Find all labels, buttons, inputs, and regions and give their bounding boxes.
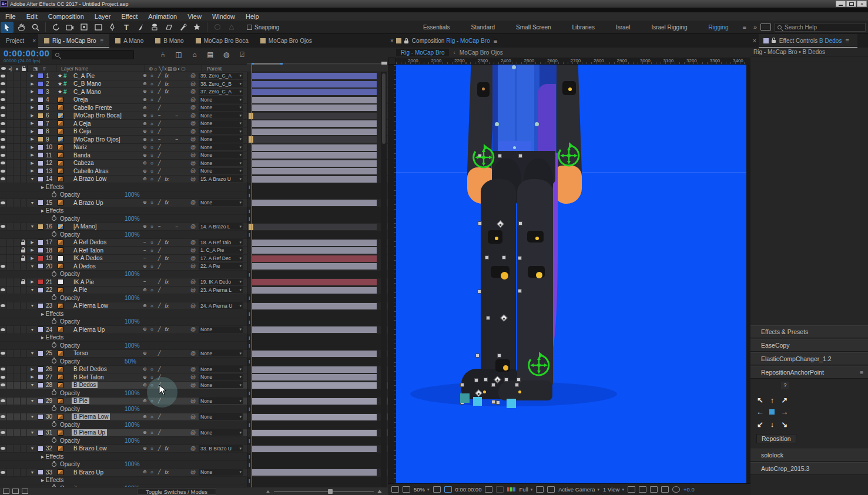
opacity-property-row[interactable]: Opacity50%I — [0, 358, 388, 366]
twirl-arrow[interactable]: ▼ — [27, 304, 38, 308]
parent-pickwhip-icon[interactable]: @ — [190, 144, 199, 150]
eye-toggle[interactable] — [1, 154, 5, 157]
parent-dropdown[interactable]: None▾ — [199, 128, 243, 134]
layer-row[interactable]: ▶1★#C_A Pie⊕☼╱fx@39. Zero_C_A▾ — [0, 72, 388, 80]
layer-row[interactable]: ▶2★#C_B Mano⊕☼╱fx@38. Zero_C_B▾ — [0, 80, 388, 89]
layer-name[interactable]: B Ceja — [72, 128, 93, 134]
anchor-arrow-button[interactable]: ↖ — [754, 394, 766, 406]
region-of-interest-icon[interactable] — [536, 486, 544, 493]
selection-handle[interactable] — [518, 256, 522, 260]
parent-dropdown[interactable]: 38. Zero_C_B▾ — [199, 80, 243, 87]
stopwatch-icon[interactable] — [52, 438, 56, 443]
opacity-value[interactable]: 100% — [125, 271, 140, 277]
parent-pickwhip-icon[interactable]: @ — [190, 89, 199, 95]
label-color-swatch[interactable] — [38, 374, 43, 380]
selection-handle[interactable] — [485, 255, 489, 260]
parent-pickwhip-icon[interactable]: @ — [190, 469, 199, 475]
layer-duration-bar[interactable] — [252, 247, 377, 254]
lock-icon[interactable] — [404, 41, 408, 43]
layer-row[interactable]: ▶9[MoCap Bro Ojos]⊕☼−−@None▾ — [0, 136, 388, 144]
eye-toggle[interactable] — [1, 201, 5, 204]
opacity-value[interactable]: 100% — [125, 231, 140, 238]
draft-3d-icon[interactable]: ◫ — [173, 50, 184, 59]
twirl-arrow[interactable]: ▶ — [27, 161, 38, 166]
panel-menu-icon[interactable]: ≡ — [842, 37, 852, 44]
close-tab-icon[interactable]: × — [30, 38, 38, 44]
layer-name[interactable]: A Brazo Low — [72, 176, 108, 182]
layer-name[interactable]: C_A Pie — [72, 73, 96, 79]
parent-pickwhip-icon[interactable]: @ — [190, 263, 199, 269]
opacity-value[interactable]: 100% — [125, 215, 140, 222]
view-layout-dropdown[interactable]: 1 View▾ — [603, 486, 624, 493]
layer-row[interactable]: ▶3★#C_A Mano⊕☼╱fx@37. Zero_C_A▾ — [0, 88, 388, 96]
parent-pickwhip-icon[interactable]: @ — [190, 81, 199, 87]
label-color-swatch[interactable] — [38, 144, 43, 150]
layer-name[interactable]: A Dedos — [72, 263, 98, 270]
unlock-icon[interactable] — [772, 40, 776, 43]
opacity-value[interactable]: 50% — [125, 358, 136, 365]
layer-duration-track[interactable] — [247, 262, 381, 271]
layer-row[interactable]: ▶4Oreja⊕☼╱@None▾ — [0, 96, 388, 105]
breadcrumb-next[interactable]: MoCap Bro Ojos — [460, 49, 503, 56]
twirl-arrow[interactable]: ▶ — [27, 137, 38, 142]
roto-brush-tool[interactable] — [176, 22, 189, 33]
zoom-slider-thumb[interactable] — [328, 489, 333, 494]
parent-pickwhip-icon[interactable]: @ — [190, 279, 199, 285]
layer-duration-bar[interactable] — [252, 430, 377, 436]
layer-duration-track[interactable] — [247, 167, 381, 176]
layer-duration-track[interactable] — [247, 382, 381, 390]
lock-toggle[interactable] — [21, 242, 25, 245]
layer-duration-track[interactable] — [247, 72, 381, 80]
parent-dropdown[interactable]: None▾ — [199, 160, 243, 166]
plugin-panel-elasticcompchanger-1-2[interactable]: ElasticCompChanger_1.2 — [750, 352, 868, 365]
parent-dropdown[interactable]: None▾ — [199, 96, 243, 103]
workspace-israel-rigging[interactable]: Israel Rigging — [641, 24, 698, 31]
label-color-swatch[interactable] — [38, 113, 43, 119]
pan-behind-tool[interactable] — [78, 22, 91, 33]
layer-duration-track[interactable] — [247, 88, 381, 96]
parent-pickwhip-icon[interactable]: @ — [190, 446, 199, 452]
label-color-swatch[interactable] — [38, 247, 43, 253]
label-color-swatch[interactable] — [38, 263, 43, 269]
workspace-menu-icon[interactable]: ≡ — [739, 23, 749, 31]
menu-edit[interactable]: Edit — [21, 13, 43, 20]
eye-toggle[interactable] — [1, 130, 5, 133]
opacity-property-row[interactable]: Opacity100%I — [0, 421, 388, 429]
anchor-center-button[interactable] — [769, 409, 775, 415]
layer-name[interactable]: Cabello Atras — [72, 168, 110, 174]
plugin-panel-easecopy[interactable]: EaseCopy — [750, 339, 868, 352]
channel-icon[interactable] — [507, 487, 515, 491]
layer-row[interactable]: ▶6[MoCap Bro Boca]⊕☼−−@None▾ — [0, 112, 388, 120]
label-color-swatch[interactable] — [38, 136, 43, 142]
parent-pickwhip-icon[interactable]: @ — [190, 160, 199, 166]
layer-duration-bar[interactable] — [252, 97, 377, 103]
layer-row[interactable]: ▶26B Ref Dedos⊕☼╱@None▾ — [0, 366, 388, 374]
layer-row[interactable]: ▶18A Ref Talon−☼╱@1. C_A Pie▾ — [0, 247, 388, 255]
maximize-button[interactable] — [846, 1, 856, 7]
label-color-swatch[interactable] — [38, 414, 43, 420]
layer-duration-bar[interactable] — [252, 160, 377, 167]
layer-duration-bar[interactable] — [252, 89, 377, 95]
eye-toggle[interactable] — [1, 368, 5, 371]
layer-name[interactable]: B Brazo Low — [72, 445, 109, 452]
parent-dropdown[interactable]: None▾ — [199, 350, 243, 356]
eye-toggle[interactable] — [1, 98, 5, 101]
layer-row[interactable]: ▼25Torso⊕╱@None▾ — [0, 350, 388, 358]
shy-layers-icon[interactable]: ⌂ — [189, 50, 200, 59]
layer-duration-track[interactable] — [247, 326, 381, 334]
selection-handle[interactable] — [474, 378, 478, 382]
anchor-arrow-button[interactable]: ↘ — [778, 418, 790, 430]
always-preview-icon[interactable] — [391, 486, 399, 493]
lock-toggle[interactable] — [21, 250, 25, 252]
twirl-arrow[interactable]: ▶ — [27, 105, 38, 110]
panel-menu-icon[interactable]: ≡ — [100, 38, 103, 44]
layer-name[interactable]: C_B Mano — [72, 80, 103, 87]
layer-row[interactable]: ▼16[A Mano]⊕☼−−@14. A Brazo L▾ — [0, 223, 388, 231]
eye-toggle[interactable] — [1, 383, 5, 386]
layer-duration-bar[interactable] — [252, 81, 377, 87]
layer-duration-track[interactable] — [247, 80, 381, 89]
selection-handle[interactable] — [518, 221, 522, 225]
stopwatch-icon[interactable] — [52, 272, 56, 277]
parent-dropdown[interactable]: 37. Zero_C_A▾ — [199, 89, 243, 95]
eye-toggle[interactable] — [1, 75, 5, 78]
